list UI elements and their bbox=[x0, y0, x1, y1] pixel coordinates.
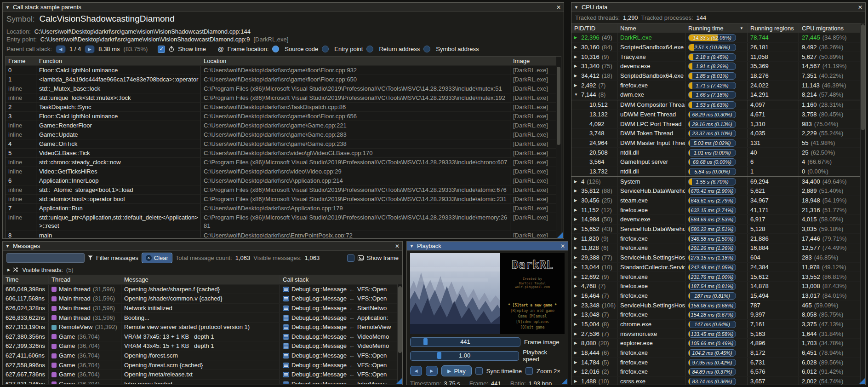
cpu-row[interactable]: 24,964DWM Master Input Threa5.03 ms (0.0… bbox=[571, 139, 865, 148]
expand-arrow-icon[interactable]: ▶ bbox=[574, 62, 579, 70]
expand-arrow-icon[interactable]: ▶ bbox=[574, 292, 579, 300]
expand-arrow-icon[interactable]: ▶ bbox=[574, 254, 579, 262]
expand-arrow-icon[interactable]: ▶ bbox=[574, 53, 579, 61]
expand-arrow-icon[interactable]: ▶ bbox=[574, 81, 579, 90]
callstack-row[interactable]: 7Application::RunC:\Users\wolf\Desktop\d… bbox=[6, 204, 561, 213]
callstack-row[interactable]: 2TaskDispatch::SyncC:\Users\wolf\Desktop… bbox=[6, 103, 561, 112]
expand-arrow-icon[interactable]: ▶ bbox=[574, 34, 579, 42]
callstack-row[interactable]: 4Game::OnTickC:\Users\wolf\Desktop\darkr… bbox=[6, 139, 561, 149]
message-row[interactable]: 606,117,568nsMain thread(31,596)Opening … bbox=[3, 294, 402, 304]
expand-arrow-icon[interactable]: ▶ bbox=[574, 282, 579, 290]
cpu-row[interactable]: ▶11,828(6)firefox.exe291.26 ms (1.26%)16… bbox=[571, 243, 865, 253]
play-button[interactable]: ▶Play bbox=[441, 365, 472, 376]
cpu-row[interactable]: ▶4(126)System1.55 s (6.70%)69,29434,400(… bbox=[571, 176, 865, 186]
prev-callstack-button[interactable]: ◀ bbox=[56, 45, 66, 53]
radio-return-address-label[interactable]: Return address bbox=[379, 46, 420, 52]
frame-image-slider[interactable]: 441 bbox=[410, 337, 520, 347]
cpu-row[interactable]: ▶16,464(7)firefox.exe187 ms (0.81%)15,49… bbox=[571, 291, 865, 301]
resize-grip[interactable] bbox=[396, 378, 402, 384]
expand-arrow-icon[interactable]: ▶ bbox=[574, 235, 579, 243]
col-time[interactable]: Time bbox=[3, 275, 49, 284]
cpu-row[interactable]: ▶30,456(25)steam.exe643.61 ms (2.79%)34,… bbox=[571, 196, 865, 206]
close-icon[interactable]: ✕ bbox=[858, 4, 862, 11]
expand-arrow-icon[interactable]: ▶ bbox=[574, 43, 579, 52]
close-icon[interactable]: ✕ bbox=[395, 243, 400, 249]
cpu-row[interactable]: ▶31,340(75)devenv.exe1.91 s (8.26%)35,36… bbox=[571, 62, 865, 71]
col-function[interactable]: Function bbox=[36, 57, 201, 65]
show-frame-label[interactable]: Show frame bbox=[367, 254, 399, 261]
callstack-row[interactable]: inlinestd::_Atomic_storage<bool,1>::load… bbox=[6, 185, 561, 195]
expand-arrow-icon[interactable]: ▶ bbox=[574, 368, 579, 376]
expand-arrow-icon[interactable]: ▶ bbox=[574, 178, 579, 186]
message-row[interactable]: 627,831,246nsGame(36,704)Intro menu load… bbox=[3, 380, 402, 384]
callstack-row[interactable]: inlinestd::atomic<bool>::operator boolC:… bbox=[6, 195, 561, 204]
zoom-2x-checkbox[interactable] bbox=[525, 367, 533, 375]
cpu-scrollbar[interactable] bbox=[860, 23, 865, 385]
callstack-row[interactable]: inlinestd::chrono::steady_clock::nowC:\P… bbox=[6, 158, 561, 167]
message-row[interactable]: 627,667,736nsGame(36,704)Opening /meta/r… bbox=[3, 370, 402, 380]
callstack-row[interactable]: 3Floor::CalcLightNoLuminanceC:\Users\wol… bbox=[6, 112, 561, 121]
callstack-list-icon[interactable] bbox=[283, 296, 289, 301]
close-icon[interactable]: ✕ bbox=[556, 4, 561, 11]
callstack-list-icon[interactable] bbox=[283, 363, 289, 368]
message-row[interactable]: 627,558,996nsGame(36,704)Opening /forest… bbox=[3, 360, 402, 370]
cpu-row[interactable]: ▶12,016(2)firefox.exe84.89 ms (0.37%)6,5… bbox=[571, 367, 865, 377]
clear-button[interactable]: ✕Clear bbox=[142, 253, 172, 263]
callstack-row[interactable]: inlineGame::UpdateC:\Users\wolf\Desktop\… bbox=[6, 130, 561, 139]
message-row[interactable]: 626,833,622nsMain thread(31,596)Booting.… bbox=[3, 313, 402, 323]
radio-entry-point[interactable] bbox=[322, 46, 329, 52]
next-callstack-button[interactable]: ▶ bbox=[85, 45, 95, 53]
callstack-row[interactable]: 8mainC:\Users\wolf\Desktop\darkrl\src\En… bbox=[6, 231, 561, 237]
expand-arrow-icon[interactable]: ▶ bbox=[574, 358, 579, 367]
cpu-row[interactable]: 3,564GameInput server69.68 us (0.00%)64(… bbox=[571, 157, 865, 167]
callstack-list-icon[interactable] bbox=[283, 381, 289, 384]
cpu-row[interactable]: ▶2,492(7)firefox.exe1.71 s (7.42%)24,022… bbox=[571, 81, 865, 90]
callstack-row[interactable]: inlinestd::unique_lock<std::mutex>::lock… bbox=[6, 93, 561, 103]
radio-symbol-address-label[interactable]: Symbol address bbox=[436, 46, 479, 52]
cpu-row[interactable]: ▶35,812(88)ServiceHub.DataWarehou670.41 … bbox=[571, 186, 865, 196]
cpu-row[interactable]: 4,092DWM LPC Port Thread29.16 ms (0.13%)… bbox=[571, 119, 865, 129]
col-message[interactable]: Message bbox=[121, 275, 280, 284]
cpu-row[interactable]: ▶34,412(18)ScriptedSandbox64.exe1.85 s (… bbox=[571, 71, 865, 81]
cpu-row[interactable]: ▶4,768(7)firefox.exe187.54 ms (0.81%)14,… bbox=[571, 282, 865, 291]
radio-return-address[interactable] bbox=[366, 46, 373, 52]
cpu-row[interactable]: ▶1,488(10)csrss.exe83.74 ms (0.36%)3,657… bbox=[571, 377, 865, 385]
callstack-row[interactable]: 5VideoGLBase::TickC:\Users\wolf\Desktop\… bbox=[6, 149, 561, 158]
col-callstack[interactable]: Call stack bbox=[280, 275, 402, 284]
playback-speed-slider[interactable]: 1.00 bbox=[410, 351, 519, 361]
cpu-row[interactable]: ▶13,048(7)firefox.exe154.28 ms (0.67%)9,… bbox=[571, 310, 865, 320]
resize-grip[interactable] bbox=[561, 378, 567, 384]
cpu-row[interactable]: ▶30,160(84)ScriptedSandbox64.exe2.51 s (… bbox=[571, 43, 865, 52]
callstack-list-icon[interactable] bbox=[283, 343, 289, 349]
radio-source-code-label[interactable]: Source code bbox=[285, 46, 318, 52]
callstack-list-icon[interactable] bbox=[283, 334, 289, 340]
collapse-icon[interactable]: ▼ bbox=[6, 5, 10, 10]
sync-timeline-checkbox[interactable] bbox=[475, 367, 483, 375]
callstack-list-icon[interactable] bbox=[283, 287, 289, 292]
message-row[interactable]: 627,380,356nsGame(36,704)VRAM 37x45: 13 … bbox=[3, 332, 402, 342]
cpu-row[interactable]: 10,512DWM Compositor Thread1.53 s (6.63%… bbox=[571, 100, 865, 110]
cpu-row[interactable]: ▶23,348(106)ServiceHub.SettingsHost158.0… bbox=[571, 300, 865, 310]
radio-entry-point-label[interactable]: Entry point bbox=[334, 46, 363, 52]
col-image[interactable]: Image bbox=[510, 57, 561, 65]
callstack-row[interactable]: inlinestd::_Mutex_base::lockC:\Program F… bbox=[6, 84, 561, 93]
collapse-icon[interactable]: ▼ bbox=[574, 5, 578, 10]
col-thread[interactable]: Thread bbox=[49, 275, 121, 284]
cpu-row[interactable]: ▶13,044(10)StandardCollector.Servic242.4… bbox=[571, 263, 865, 272]
callstack-list-icon[interactable] bbox=[283, 324, 289, 330]
cpu-row[interactable]: 13,732ntdll.dll5.84 us (0.00%)10(0.00%) bbox=[571, 167, 865, 177]
callstack-scrollbar[interactable] bbox=[556, 57, 561, 238]
message-row[interactable]: 627,399,326nsGame(36,704)VRAM 43x45: 15 … bbox=[3, 341, 402, 351]
message-row[interactable]: 627,313,190nsRemoteView(31,392)Remote vi… bbox=[3, 323, 402, 332]
entry-point-value[interactable]: C:\Users\wolf\Desktop\darkrl\src\game\vi… bbox=[40, 36, 250, 43]
step-forward-button[interactable]: ▶ bbox=[426, 366, 438, 376]
expand-arrow-icon[interactable]: ▶ bbox=[574, 196, 579, 205]
radio-source-code[interactable] bbox=[272, 46, 279, 52]
message-row[interactable]: 627,411,606nsGame(36,704)Opening /forest… bbox=[3, 351, 402, 361]
expand-arrow-icon[interactable]: ▶ bbox=[574, 187, 579, 195]
cpu-row[interactable]: ▶15,652(43)ServiceHub.DataWarehou580.22 … bbox=[571, 225, 865, 234]
cpu-row[interactable]: ▼7,144(8)dwm.exe1.66 s (7.18%)14,2918,21… bbox=[571, 90, 865, 100]
callstack-row[interactable]: 0Floor::CalcLightNoLuminanceC:\Users\wol… bbox=[6, 66, 561, 75]
cpu-row[interactable]: ▶14,784(5)firefox.exe97.95 ms (0.42%)6,7… bbox=[571, 358, 865, 367]
messages-scrollbar[interactable] bbox=[397, 284, 402, 384]
